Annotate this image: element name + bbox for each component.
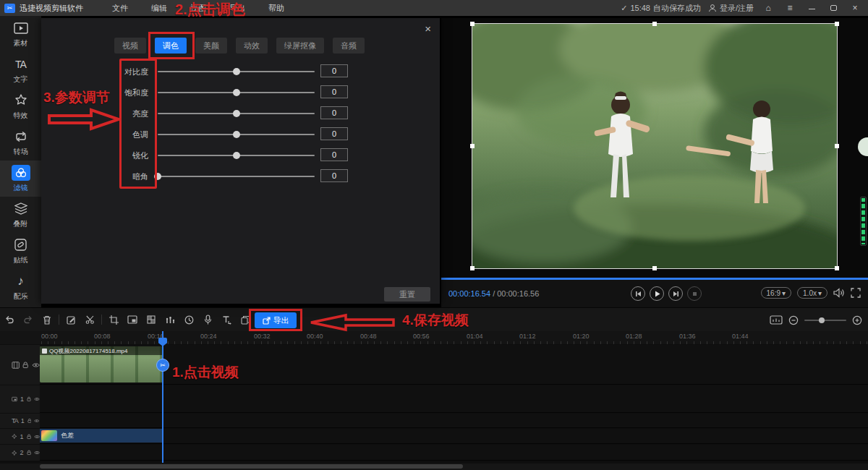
delete-icon[interactable]: [38, 312, 56, 328]
slider-handle[interactable]: [233, 152, 240, 159]
slider-handle[interactable]: [233, 110, 240, 117]
lock-icon[interactable]: [27, 449, 31, 456]
record-icon[interactable]: [198, 312, 217, 328]
contrast-value[interactable]: 0: [320, 64, 348, 77]
split-at-playhead-button[interactable]: ✂: [156, 359, 169, 372]
timeline: 00:00 00:08 00:16 00:24 00:32 00:40 00:4…: [0, 331, 868, 470]
minimize-button[interactable]: [804, 3, 819, 13]
crop-icon[interactable]: [104, 312, 123, 328]
eye-icon[interactable]: [34, 418, 40, 424]
text-track-area[interactable]: [40, 414, 868, 428]
close-button[interactable]: ×: [848, 3, 862, 13]
effect-clip[interactable]: 色差: [40, 429, 163, 443]
sidebar-item-overlay[interactable]: 叠附: [0, 197, 41, 233]
video-clip[interactable]: QQ视频20220817174518.mp4: [40, 346, 163, 383]
pip-icon[interactable]: [123, 312, 142, 328]
sidebar-item-music[interactable]: ♪ 配乐: [0, 269, 41, 305]
tab-greenscreen[interactable]: 绿屏抠像: [276, 38, 324, 54]
menu-file[interactable]: 文件: [101, 3, 140, 14]
slider-handle[interactable]: [233, 68, 240, 75]
brightness-slider[interactable]: [158, 113, 315, 114]
lock-icon[interactable]: [27, 433, 31, 440]
frame-handle[interactable]: [470, 266, 475, 270]
lock-icon[interactable]: [27, 396, 31, 403]
menu-edit[interactable]: 编辑: [140, 3, 179, 14]
restore-button[interactable]: [826, 3, 841, 13]
chevron-down-icon: ▾: [818, 289, 822, 297]
frame-handle[interactable]: [470, 22, 475, 26]
tab-motion[interactable]: 动效: [236, 38, 268, 54]
mixer-icon[interactable]: [161, 312, 179, 328]
track-number: 2: [20, 449, 24, 456]
pip-track-area[interactable]: [40, 385, 868, 413]
eye-icon[interactable]: [34, 450, 40, 456]
menu-help[interactable]: 帮助: [257, 3, 296, 14]
play-button[interactable]: [650, 286, 664, 301]
frame-handle[interactable]: [652, 22, 657, 26]
stop-button[interactable]: [687, 286, 702, 301]
clip-type-icon: [42, 349, 47, 354]
timeline-ruler[interactable]: 00:00 00:08 00:16 00:24 00:32 00:40 00:4…: [0, 331, 868, 344]
aspect-ratio-select[interactable]: 16:9▾: [761, 287, 792, 299]
preview-video-frame[interactable]: [472, 23, 838, 269]
zoom-in-icon[interactable]: [852, 315, 862, 325]
tab-video[interactable]: 视频: [114, 38, 146, 54]
hue-value[interactable]: 0: [320, 127, 348, 140]
saturation-value[interactable]: 0: [320, 85, 348, 98]
eye-icon[interactable]: [34, 434, 40, 440]
login-register[interactable]: 登录/注册: [708, 3, 754, 14]
next-frame-button[interactable]: [668, 286, 683, 301]
sidebar-item-media[interactable]: 素材: [0, 16, 41, 52]
vignette-value[interactable]: 0: [320, 169, 348, 182]
frame-handle[interactable]: [835, 22, 839, 26]
tab-audio[interactable]: 音频: [333, 38, 365, 54]
lock-icon[interactable]: [27, 417, 32, 424]
sidebar-item-transition[interactable]: 转场: [0, 124, 41, 161]
effect2-track-area[interactable]: [40, 445, 868, 461]
contrast-slider[interactable]: [158, 71, 315, 72]
volume-icon[interactable]: [833, 288, 845, 298]
reset-button[interactable]: 重置: [384, 287, 430, 302]
speed-select[interactable]: 1.0x▾: [797, 287, 827, 299]
sidebar-item-sticker[interactable]: 贴纸: [0, 233, 41, 269]
sidebar-item-filter[interactable]: 滤镜: [0, 161, 41, 197]
brightness-value[interactable]: 0: [320, 106, 348, 119]
edit-icon[interactable]: [61, 312, 80, 328]
zoom-out-icon[interactable]: [788, 315, 799, 325]
prev-frame-button[interactable]: [631, 286, 645, 301]
main-menu-icon[interactable]: ≡: [783, 3, 797, 13]
tab-beauty[interactable]: 美颜: [195, 38, 227, 54]
frame-handle[interactable]: [835, 266, 839, 270]
playhead[interactable]: [162, 331, 163, 463]
timeline-zoom-slider[interactable]: [804, 320, 846, 321]
eye-icon[interactable]: [32, 362, 40, 368]
vignette-slider[interactable]: [158, 176, 315, 177]
eye-icon[interactable]: [34, 396, 40, 402]
sidebar-item-text[interactable]: TA 文字: [0, 52, 41, 88]
frame-handle[interactable]: [470, 144, 475, 148]
timeline-scrollbar-thumb[interactable]: [40, 464, 463, 469]
fullscreen-icon[interactable]: [851, 288, 861, 298]
sharpen-slider[interactable]: [158, 155, 315, 156]
hue-slider[interactable]: [158, 134, 315, 135]
effect1-track-area[interactable]: [40, 429, 868, 444]
undo-icon[interactable]: [0, 312, 19, 328]
dialog-close-icon[interactable]: ×: [425, 22, 431, 35]
fit-timeline-icon[interactable]: [770, 315, 783, 325]
mosaic-icon[interactable]: [142, 312, 161, 328]
track-number: 1: [20, 396, 24, 403]
frame-handle[interactable]: [835, 144, 839, 148]
split-icon[interactable]: [80, 312, 99, 328]
sidebar-item-effects[interactable]: 特效: [0, 88, 41, 124]
speed-icon[interactable]: [179, 312, 198, 328]
redo-icon[interactable]: [19, 312, 38, 328]
frame-handle[interactable]: [652, 266, 657, 270]
sharpen-value[interactable]: 0: [320, 148, 348, 161]
saturation-slider[interactable]: [158, 92, 315, 93]
home-icon[interactable]: ⌂: [761, 3, 775, 13]
slider-handle[interactable]: [233, 131, 240, 138]
lock-icon[interactable]: [22, 362, 28, 369]
slider-handle[interactable]: [233, 89, 240, 96]
subtitle-tool-icon[interactable]: [217, 312, 236, 328]
zoom-slider-handle[interactable]: [819, 317, 825, 323]
